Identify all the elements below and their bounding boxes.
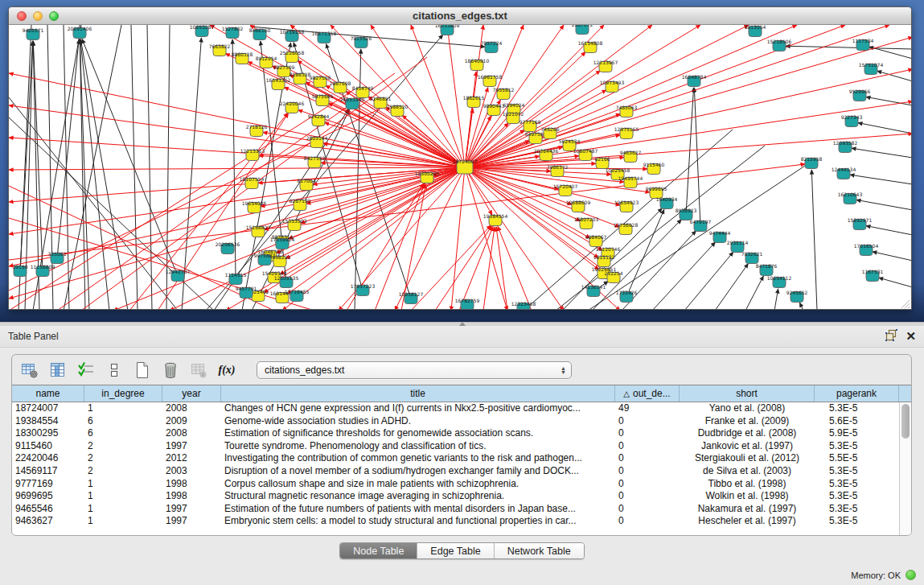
row-height-button[interactable] (105, 360, 124, 380)
graph-node[interactable]: 20206536 (216, 241, 240, 254)
graph-node[interactable]: 746266 (541, 126, 560, 139)
graph-node[interactable]: 2718126 (246, 124, 268, 137)
graph-node[interactable]: 9405571 (23, 27, 44, 40)
graph-node[interactable]: 16543362 (266, 77, 291, 90)
graph-node[interactable]: 2087672 (572, 25, 593, 35)
graph-node[interactable]: 25226058 (280, 50, 305, 63)
graph-node[interactable]: 10719138 (280, 29, 305, 42)
table-row[interactable]: 1872400712008Changes of HCN gene express… (12, 402, 911, 415)
graph-node[interactable]: 12213967 (593, 60, 618, 72)
graph-node[interactable]: 10688609 (566, 200, 591, 212)
table-scrollbar[interactable] (899, 402, 911, 535)
graph-node[interactable]: 39159 (12, 264, 27, 277)
table-row[interactable]: 977716911998Corpus callosum shape and si… (12, 478, 911, 491)
column-header-short[interactable]: short (680, 385, 815, 402)
graph-node[interactable]: 18640910 (465, 58, 490, 71)
table-settings-button[interactable] (20, 360, 39, 380)
column-header-in-degree[interactable]: in_degree (84, 385, 162, 402)
graph-node[interactable]: 9890443 (483, 103, 505, 116)
float-panel-icon[interactable] (885, 329, 897, 344)
graph-node[interactable]: 16961758 (478, 74, 503, 87)
graph-node[interactable]: 16671358 (312, 31, 337, 43)
graph-node[interactable]: 12323468 (511, 301, 536, 310)
graph-node[interactable]: 7832621 (741, 251, 763, 264)
graph-node[interactable]: 1527802 (222, 26, 244, 39)
graph-node[interactable]: 17359924 (270, 237, 295, 249)
graph-node[interactable]: 15218506 (767, 39, 792, 51)
graph-node[interactable]: 252254 (605, 270, 623, 283)
column-header-title[interactable]: title (221, 385, 615, 402)
graph-node[interactable]: 9115460 (643, 162, 665, 175)
tab-network-table[interactable]: Network Table (494, 543, 584, 558)
graph-node[interactable]: 8471876 (756, 263, 778, 276)
graph-node[interactable]: 10853287 (190, 25, 215, 37)
resize-grip[interactable] (899, 298, 910, 309)
graph-node[interactable]: 16782759 (455, 298, 480, 310)
graph-node[interactable]: 10973493 (600, 80, 625, 93)
table-row[interactable]: 946554611997Estimation of the future num… (12, 503, 911, 516)
delete-trash-button[interactable] (161, 360, 180, 380)
column-header-year[interactable]: year (162, 385, 221, 402)
tab-node-table[interactable]: Node Table (340, 543, 417, 558)
table-row[interactable]: 1830029562008Estimation of significance … (12, 427, 911, 440)
select-all-checks-button[interactable] (76, 360, 96, 380)
scrollbar-thumb[interactable] (901, 404, 910, 439)
graph-node[interactable]: 7986372 (547, 164, 569, 177)
graph-node[interactable]: 16033809 (435, 25, 460, 35)
graph-node[interactable]: 10654112 (767, 275, 792, 288)
table-row[interactable]: 946362711997Embryonic stem cells: a mode… (12, 515, 911, 528)
graph-node[interactable]: 1733426 (616, 290, 638, 303)
network-canvas[interactable]: 7663822886012889129542522605898275091654… (9, 25, 911, 310)
table-row[interactable]: 2242004622012Investigating the contribut… (12, 452, 911, 465)
graph-node[interactable]: 15892971 (848, 217, 873, 230)
network-window[interactable]: citations_edges.txt 76638228860128891295… (8, 6, 912, 310)
graph-node[interactable]: 335061 (48, 251, 67, 264)
panel-splitter[interactable] (0, 322, 924, 326)
table-row[interactable]: 1456911722003Disruption of a novel membe… (12, 465, 911, 478)
graph-node[interactable]: 16210643 (838, 192, 863, 204)
graph-node[interactable]: 1640934 (656, 196, 678, 209)
graph-node[interactable]: 1167531 (862, 269, 884, 282)
table-row[interactable]: 1938455462009Genome-wide association stu… (12, 415, 911, 428)
graph-node[interactable]: 20691406 (68, 26, 92, 39)
new-document-button[interactable] (133, 360, 152, 380)
network-graph[interactable]: 7663822886012889129542522605898275091654… (9, 25, 911, 310)
graph-node[interactable]: 7857224 (481, 40, 503, 53)
graph-node[interactable]: 8267130 (290, 198, 311, 211)
show-columns-button[interactable] (48, 360, 68, 380)
graph-node[interactable]: 1862615 (463, 95, 485, 108)
graph-node[interactable]: 8466160 (249, 27, 271, 40)
close-panel-icon[interactable]: ✕ (906, 331, 916, 342)
graph-node[interactable]: 9777169 (519, 119, 541, 132)
graph-node[interactable]: 9529966 (849, 89, 871, 101)
graph-node[interactable]: 12975165 (614, 126, 639, 139)
graph-node[interactable]: 18107554 (240, 176, 265, 189)
delete-table-button[interactable] (189, 360, 208, 380)
graph-node[interactable]: 817004 (298, 178, 316, 191)
graph-node[interactable]: 7815526 (351, 35, 372, 48)
table-row[interactable]: 969969511998Structural magnetic resonanc… (12, 490, 911, 503)
graph-node[interactable]: 9245652 (786, 290, 808, 303)
graph-node[interactable]: 12093582 (833, 140, 858, 153)
graph-node[interactable]: 19756928 (614, 222, 639, 235)
graph-node[interactable]: 6479197 (690, 219, 712, 232)
function-builder-button[interactable]: f(x) (217, 360, 236, 380)
column-header-pagerank[interactable]: pagerank (815, 385, 899, 402)
graph-node[interactable]: 17016504 (854, 243, 879, 256)
graph-node[interactable]: 7955812 (493, 87, 515, 100)
graph-node[interactable]: 2867608 (330, 80, 351, 93)
graph-node[interactable]: 9227343 (841, 114, 863, 127)
graph-node[interactable]: 12444134 (832, 167, 856, 179)
graph-node[interactable]: 9084067 (585, 234, 607, 247)
graph-node[interactable]: 19654923 (614, 200, 639, 212)
window-titlebar[interactable]: citations_edges.txt (9, 7, 911, 25)
graph-node[interactable]: 18807203 (574, 216, 599, 229)
graph-node[interactable]: 16154808 (578, 40, 603, 53)
column-header-name[interactable]: name (12, 385, 84, 402)
column-header-out-de-[interactable]: △out_de... (615, 385, 680, 402)
graph-node[interactable]: 17957223 (351, 283, 376, 296)
graph-node[interactable]: 8186328 (290, 72, 311, 84)
graph-node[interactable]: 8813054 (745, 25, 766, 37)
table-source-select[interactable]: citations_edges.txt ▲▼ (257, 361, 572, 379)
tab-edge-table[interactable]: Edge Table (417, 543, 493, 558)
